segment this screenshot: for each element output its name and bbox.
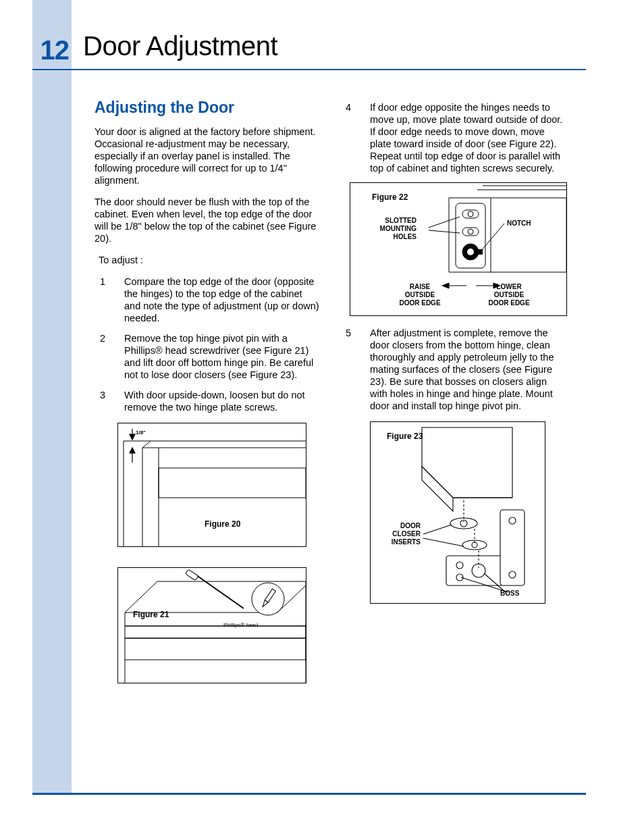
figure-23-boss-label: BOSS [500, 590, 534, 598]
step-number: 2 [95, 332, 124, 381]
figure-21-note: Phillips® head [223, 619, 258, 631]
figure-22-slotted-label: SLOTTED MOUNTING HOLES [365, 217, 417, 241]
svg-rect-49 [500, 510, 525, 585]
svg-line-38 [429, 217, 460, 228]
step-number: 3 [95, 389, 124, 413]
figure-23-diagram [371, 422, 545, 603]
svg-point-36 [467, 249, 474, 255]
left-column: Adjusting the Door Your door is aligned … [95, 101, 321, 683]
page-number: 12 [32, 35, 69, 66]
step-number: 4 [340, 101, 370, 174]
figure-20: 1/8" Figure 20 [117, 423, 306, 547]
section-heading: Adjusting the Door [95, 101, 321, 113]
step-text: Remove the top hinge pivot pin with a Ph… [124, 332, 321, 381]
step-number: 5 [340, 327, 370, 412]
page-stripe [32, 0, 72, 794]
figure-20-label: Figure 20 [205, 518, 240, 530]
footer-rule [32, 793, 586, 795]
step-text: After adjustment is complete, remove the… [370, 327, 566, 412]
intro-paragraph-2: The door should never be flush with the … [95, 196, 321, 244]
figure-22-label: Figure 22 [372, 191, 408, 203]
svg-rect-48 [446, 556, 503, 585]
figure-22-raise-label: RAISE OUTSIDE DOOR EDGE [396, 283, 444, 307]
step-text: Compare the top edge of the door (opposi… [124, 276, 321, 324]
svg-rect-14 [125, 626, 306, 638]
step-number: 1 [95, 276, 124, 324]
step-5: 5 After adjustment is complete, remove t… [340, 327, 566, 412]
svg-rect-7 [159, 468, 306, 498]
step-text: If door edge opposite the hinges needs t… [370, 101, 566, 174]
figure-22: Figure 22 [350, 182, 567, 316]
figure-22-lower-label: LOWER OUTSIDE DOOR EDGE [485, 283, 533, 307]
figure-23-label: Figure 23 [387, 430, 423, 442]
svg-line-62 [423, 525, 452, 534]
intro-paragraph-1: Your door is aligned at the factory befo… [95, 126, 321, 186]
svg-line-63 [423, 538, 464, 546]
figure-23: Figure 23 [370, 421, 545, 604]
page-title: Door Adjustment [83, 31, 277, 61]
figure-22-notch-label: NOTCH [507, 219, 547, 228]
step-2: 2 Remove the top hinge pivot pin with a … [95, 332, 321, 381]
right-column: 4 If door edge opposite the hinges needs… [340, 101, 566, 604]
svg-rect-15 [125, 638, 306, 660]
svg-marker-1 [130, 434, 135, 440]
step-1: 1 Compare the top edge of the door (oppo… [95, 276, 321, 324]
svg-rect-19 [186, 569, 198, 581]
step-3: 3 With door upside-down, loosen but do n… [95, 389, 321, 413]
step-text: With door upside-down, loosen but do not… [124, 389, 321, 413]
figure-20-dimension: 1/8" [136, 427, 146, 439]
step-4: 4 If door edge opposite the hinges needs… [340, 101, 566, 174]
svg-line-6 [142, 441, 151, 448]
svg-point-55 [450, 518, 477, 529]
figure-21-label: Figure 21 [133, 608, 169, 621]
figure-23-closer-label: DOOR CLOSER INSERTS [380, 522, 421, 546]
svg-marker-3 [130, 448, 135, 453]
figure-21-diagram [118, 568, 306, 683]
header-rule [32, 69, 586, 70]
to-adjust-label: To adjust : [95, 254, 321, 266]
figure-21: Figure 21 Phillips® head [117, 567, 306, 683]
svg-line-39 [429, 230, 460, 233]
page: 12 Door Adjustment Adjusting the Door Yo… [0, 0, 644, 834]
